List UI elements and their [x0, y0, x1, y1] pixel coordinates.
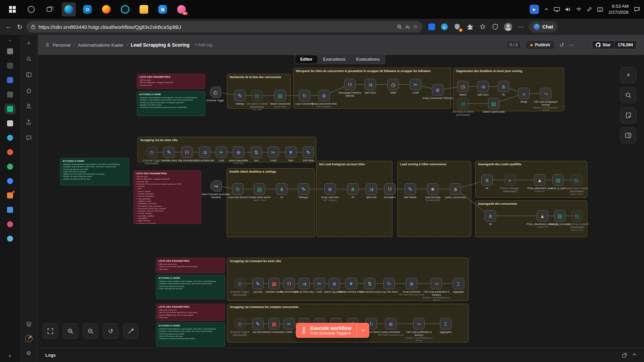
- blue-search-app-tab-icon[interactable]: [5, 176, 15, 186]
- workflow-node-k2[interactable]: ✎: [252, 318, 264, 329]
- personal-project-button[interactable]: [24, 101, 34, 111]
- workflow-node-g3e[interactable]: ↪: [540, 88, 551, 99]
- orange-circle-app-tab-icon[interactable]: [5, 147, 15, 157]
- add-workflow-button[interactable]: +: [24, 38, 34, 48]
- templates-button[interactable]: [24, 319, 34, 329]
- execute-options-chevron[interactable]: [357, 323, 369, 338]
- new-tab-plus-icon[interactable]: +: [8, 353, 12, 359]
- shield-extension-icon[interactable]: 1: [453, 23, 461, 31]
- github-star-widget[interactable]: Star 176,594: [592, 41, 637, 49]
- search-button[interactable]: [24, 54, 34, 64]
- green-app-tab-icon[interactable]: [5, 162, 15, 172]
- media-clip-tab-icon[interactable]: [5, 61, 15, 71]
- breadcrumb-folder[interactable]: Automatisations Kader: [78, 43, 123, 48]
- blue-cloud-app-tab-icon[interactable]: [5, 205, 15, 215]
- workflow-node-g4f[interactable]: ⊕: [233, 146, 244, 158]
- workflow-node-g3g[interactable]: ▤: [488, 98, 499, 109]
- workflow-node-g8e[interactable]: ▤: [571, 174, 582, 186]
- logs-popout-icon[interactable]: [622, 353, 627, 358]
- sticky-note-actions[interactable]: ACTIONS A FAIRE• Dupliquer l'automatisat…: [137, 91, 205, 116]
- workflow-node-h11[interactable]: ⊕: [406, 278, 417, 289]
- workflow-node-h10[interactable]: ↻: [383, 278, 395, 289]
- workflow-node-k10[interactable]: ⊕: [385, 318, 396, 329]
- sticky-note-parameters[interactable]: LISTE DES PARAMETRES• Mots clés concurre…: [156, 304, 225, 321]
- favorite-star-icon[interactable]: ☆: [413, 24, 417, 30]
- workflow-node-g3c[interactable]: ⋔: [498, 81, 509, 92]
- canvas-search-button[interactable]: [620, 87, 636, 103]
- breadcrumb-project[interactable]: Personal: [53, 43, 70, 48]
- workflow-node-g5a[interactable]: ↻: [232, 183, 244, 195]
- publish-button[interactable]: Publish: [526, 40, 555, 50]
- notifications-icon[interactable]: [634, 7, 640, 12]
- workflow-node-g5d[interactable]: ✎: [298, 183, 309, 195]
- add-sticky-note-button[interactable]: [620, 107, 636, 123]
- sticky-note-parameters[interactable]: LISTE DES PARAMETRES• Mots clés concurre…: [156, 258, 225, 273]
- execute-workflow-button[interactable]: Execute workflow from Schedule Trigger4: [296, 323, 369, 338]
- workflow-node-g4a[interactable]: ◴: [146, 146, 157, 158]
- back-button[interactable]: ←: [5, 23, 12, 31]
- workflow-node-g4c[interactable]: { }: [181, 146, 193, 158]
- workflow-node-g9d[interactable]: ▤: [572, 210, 583, 222]
- workflow-title[interactable]: Lead Scrapping & Scoring: [131, 42, 190, 48]
- zoom-in-button[interactable]: [63, 323, 78, 339]
- taskbar-edge-button[interactable]: [62, 2, 76, 16]
- blue-extension-icon[interactable]: [428, 23, 436, 31]
- image-viewer-tab-icon[interactable]: [5, 46, 15, 56]
- workflow-node-k11[interactable]: ↪: [413, 318, 425, 329]
- workflow-node-k4[interactable]: ✂: [283, 318, 295, 329]
- workflow-node-h12[interactable]: ↪: [431, 278, 442, 289]
- collapse-chevron-icon[interactable]: ⌄: [8, 37, 12, 42]
- workflow-node-st[interactable]: ◴: [210, 86, 221, 98]
- workflow-node-g7a[interactable]: ✎: [405, 183, 416, 195]
- workflow-node-k3[interactable]: ▦: [268, 318, 280, 329]
- teal-globe-tab-icon[interactable]: [5, 133, 15, 143]
- workflow-node-h13[interactable]: Σ: [453, 278, 464, 289]
- workflow-group[interactable]: Double check doublons & settings: [227, 168, 315, 237]
- workflow-node-g1c[interactable]: ▤: [274, 90, 286, 101]
- chat-feedback-button[interactable]: [24, 133, 34, 143]
- workflow-node-g9a[interactable]: ⋔: [485, 210, 496, 222]
- workflow-node-g2e[interactable]: ◷: [387, 79, 399, 90]
- logs-panel-bar[interactable]: Logs: [38, 348, 644, 362]
- workflow-node-g4d[interactable]: ⇉: [199, 146, 210, 158]
- share-upload-button[interactable]: [24, 117, 34, 127]
- read-aloud-icon[interactable]: A): [406, 24, 410, 29]
- workflow-node-g3f[interactable]: ▤: [457, 98, 469, 109]
- workflow-node-g8c[interactable]: ▲: [534, 174, 545, 186]
- workflow-node-g8d[interactable]: ▤: [552, 174, 564, 186]
- workflow-node-h2[interactable]: ✎: [252, 278, 264, 289]
- volume-icon[interactable]: [565, 7, 571, 12]
- taskbar-outlook-button[interactable]: O: [80, 2, 95, 16]
- zoom-indicator-icon[interactable]: [397, 24, 402, 29]
- favorites-bar-icon[interactable]: [479, 23, 487, 31]
- workflow-node-wex[interactable]: ↪: [210, 180, 222, 192]
- workflow-node-g2b[interactable]: ⊕: [318, 90, 330, 101]
- workflow-node-g6b[interactable]: ⋔: [347, 183, 359, 195]
- add-node-button[interactable]: +: [620, 67, 636, 83]
- profile-avatar[interactable]: [504, 23, 512, 31]
- workflow-node-g4g[interactable]: ⇅: [251, 146, 262, 158]
- workflow-node-g3a[interactable]: ◷: [457, 81, 469, 92]
- taskbar-firefox-button[interactable]: [99, 2, 113, 16]
- fit-view-button[interactable]: [43, 323, 58, 339]
- workflow-node-g2g[interactable]: ⊕: [432, 84, 443, 96]
- taskbar-search-button[interactable]: [24, 2, 38, 16]
- telegram-extension-icon[interactable]: ▸: [440, 23, 448, 31]
- workflow-node-h4[interactable]: { }: [283, 278, 295, 289]
- tray-chevron-icon[interactable]: [544, 7, 548, 11]
- n8n-workflow-tab-icon[interactable]: [5, 104, 15, 114]
- url-text[interactable]: https://n8n.srv893440.hstgr.cloud/workfl…: [39, 24, 393, 30]
- workflow-node-h9[interactable]: ⇅: [364, 278, 375, 289]
- workflow-node-g5c[interactable]: ⋔: [276, 183, 287, 195]
- workflow-node-g8b[interactable]: ▸: [504, 174, 516, 186]
- tidy-up-button[interactable]: [123, 323, 139, 339]
- workflow-node-g7c[interactable]: ⋔: [450, 183, 461, 195]
- more-options-button[interactable]: ⋯: [569, 42, 574, 48]
- workflow-node-g4e[interactable]: ✂: [216, 146, 227, 158]
- taskbar-explorer-button[interactable]: [137, 2, 151, 16]
- workflow-node-g2c[interactable]: { }: [344, 79, 356, 90]
- settings-gear-button[interactable]: ⚙: [24, 348, 34, 358]
- workflow-node-g1a[interactable]: ✎: [234, 90, 246, 101]
- tab-editor[interactable]: Editor: [295, 55, 317, 63]
- taskbar-store-button[interactable]: ▦: [156, 2, 170, 16]
